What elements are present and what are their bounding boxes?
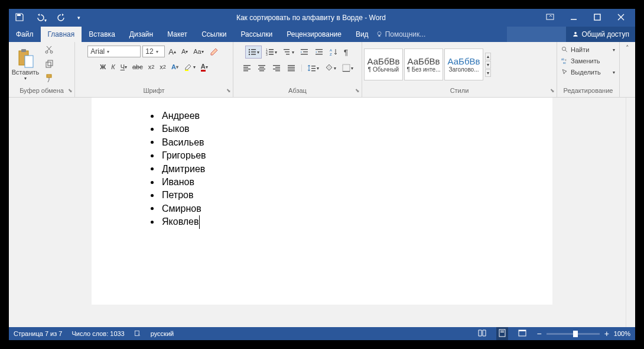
chevron-down-icon: ▾ <box>485 61 491 69</box>
svg-rect-32 <box>303 51 308 52</box>
cut-icon[interactable] <box>44 45 54 56</box>
qat-customize-icon[interactable]: ▾ <box>77 15 80 21</box>
font-size-combo[interactable]: 12▾ <box>142 46 165 57</box>
select-button[interactable]: Выделить▾ <box>560 67 617 77</box>
align-left-icon[interactable] <box>240 62 253 74</box>
tab-mailings[interactable]: Рассылки <box>233 27 279 42</box>
list-item[interactable]: Андреев <box>151 109 529 122</box>
text-effects-icon[interactable]: A▾ <box>170 62 180 72</box>
tab-insert[interactable]: Вставка <box>82 27 122 42</box>
tab-review[interactable]: Рецензирование <box>279 27 349 42</box>
styles-gallery-scroll[interactable]: ▴ ▾ ▾ <box>484 53 492 77</box>
svg-rect-34 <box>316 49 323 50</box>
increase-indent-icon[interactable] <box>313 46 326 58</box>
account-area[interactable] <box>507 27 566 42</box>
sort-icon[interactable]: AZ <box>327 46 340 58</box>
list-item[interactable]: Дмитриев <box>151 163 529 176</box>
save-icon[interactable] <box>15 12 24 24</box>
zoom-level[interactable]: 100% <box>614 330 630 337</box>
document-page[interactable]: АндреевБыковВасильевГригорьевДмитриевИва… <box>92 98 552 305</box>
list-item-text: Яковлев <box>162 215 200 228</box>
group-paragraph: ▾ 123▾ ▾ AZ ¶ ▾ ▾ ▾ <box>233 42 362 97</box>
align-center-icon[interactable] <box>255 62 268 74</box>
justify-icon[interactable] <box>285 62 298 74</box>
show-hide-icon[interactable]: ¶ <box>342 47 350 58</box>
numbering-icon[interactable]: 123▾ <box>264 46 279 58</box>
style-normal[interactable]: АаБбВв¶ Обычный <box>364 49 403 80</box>
multilevel-list-icon[interactable]: ▾ <box>281 46 296 58</box>
close-icon[interactable] <box>616 12 626 24</box>
list-item[interactable]: Быков <box>151 122 529 135</box>
vertical-scrollbar[interactable] <box>626 98 635 327</box>
style-no-spacing[interactable]: АаБбВв¶ Без инте... <box>404 49 443 80</box>
share-button[interactable]: Общий доступ <box>566 27 635 42</box>
launcher-icon[interactable]: ⬊ <box>68 88 73 93</box>
undo-icon[interactable]: ▾ <box>35 12 47 24</box>
replace-button[interactable]: abacЗаменить <box>560 56 617 66</box>
list-item[interactable]: Смирнов <box>151 202 529 215</box>
tab-references[interactable]: Ссылки <box>194 27 233 42</box>
find-button[interactable]: Найти▾ <box>560 44 617 55</box>
zoom-in-icon[interactable]: + <box>604 329 609 338</box>
tab-home[interactable]: Главная <box>41 27 82 42</box>
bold-icon[interactable]: Ж <box>98 62 108 72</box>
launcher-icon[interactable]: ⬊ <box>550 88 555 93</box>
italic-icon[interactable]: К <box>109 62 116 72</box>
decrease-indent-icon[interactable] <box>298 46 311 58</box>
zoom-slider[interactable] <box>547 333 600 335</box>
superscript-icon[interactable]: x2 <box>158 62 168 72</box>
group-styles: АаБбВв¶ Обычный АаБбВв¶ Без инте... АаБб… <box>362 42 557 97</box>
tab-view[interactable]: Вид <box>349 27 376 42</box>
print-layout-icon[interactable] <box>496 327 508 340</box>
copy-icon[interactable] <box>44 59 54 70</box>
read-mode-icon[interactable] <box>477 328 487 339</box>
paste-button[interactable]: Вставить ▾ <box>9 47 42 82</box>
ribbon-display-options-icon[interactable] <box>545 12 555 24</box>
tab-layout[interactable]: Макет <box>160 27 194 42</box>
svg-rect-41 <box>243 69 251 69</box>
bullets-icon[interactable]: ▾ <box>245 46 262 59</box>
underline-icon[interactable]: Ч▾ <box>119 62 129 72</box>
minimize-icon[interactable] <box>569 12 578 24</box>
proofing-icon[interactable] <box>134 329 141 338</box>
web-layout-icon[interactable] <box>518 328 527 339</box>
zoom-out-icon[interactable]: − <box>536 329 541 338</box>
launcher-icon[interactable]: ⬊ <box>226 88 231 93</box>
status-word-count[interactable]: Число слов: 1033 <box>71 330 124 337</box>
strikethrough-icon[interactable]: abc <box>131 62 145 72</box>
clear-formatting-icon[interactable] <box>207 46 220 57</box>
bullet-icon <box>151 181 154 184</box>
list-item[interactable]: Васильев <box>151 136 529 149</box>
subscript-icon[interactable]: x2 <box>147 62 157 72</box>
shrink-font-icon[interactable]: A▾ <box>180 47 190 56</box>
status-page[interactable]: Страница 7 из 7 <box>14 330 62 337</box>
svg-rect-8 <box>21 49 26 52</box>
grow-font-icon[interactable]: A▴ <box>167 46 178 57</box>
line-spacing-icon[interactable]: ▾ <box>305 62 321 74</box>
list-item[interactable]: Яковлев <box>151 215 529 228</box>
borders-icon[interactable]: ▾ <box>340 62 355 74</box>
font-color-icon[interactable]: A▾ <box>199 62 210 73</box>
list-item[interactable]: Григорьев <box>151 149 529 162</box>
document-area: АндреевБыковВасильевГригорьевДмитриевИва… <box>9 98 635 327</box>
list-item[interactable]: Петров <box>151 189 529 202</box>
align-right-icon[interactable] <box>270 62 283 74</box>
status-language[interactable]: русский <box>151 330 174 337</box>
collapse-ribbon-icon[interactable]: ˄ <box>620 42 635 97</box>
style-heading1[interactable]: АаБбВвЗаголово... <box>444 49 483 80</box>
tab-file[interactable]: Файл <box>9 27 41 42</box>
tab-design[interactable]: Дизайн <box>122 27 160 42</box>
chevron-down-icon: ▾ <box>613 47 615 53</box>
change-case-icon[interactable]: Aa▾ <box>191 47 205 56</box>
tell-me[interactable]: Помощник... <box>376 27 508 42</box>
highlight-icon[interactable]: ▾ <box>182 61 197 73</box>
list-item[interactable]: Иванов <box>151 176 529 189</box>
format-painter-icon[interactable] <box>44 73 54 84</box>
chevron-up-icon: ▴ <box>485 53 491 60</box>
redo-icon[interactable] <box>57 12 67 24</box>
shading-icon[interactable]: ▾ <box>323 62 338 74</box>
launcher-icon[interactable]: ⬊ <box>355 88 360 93</box>
svg-rect-29 <box>285 51 290 52</box>
font-name-combo[interactable]: Arial▾ <box>87 46 141 57</box>
maximize-icon[interactable] <box>593 12 602 24</box>
